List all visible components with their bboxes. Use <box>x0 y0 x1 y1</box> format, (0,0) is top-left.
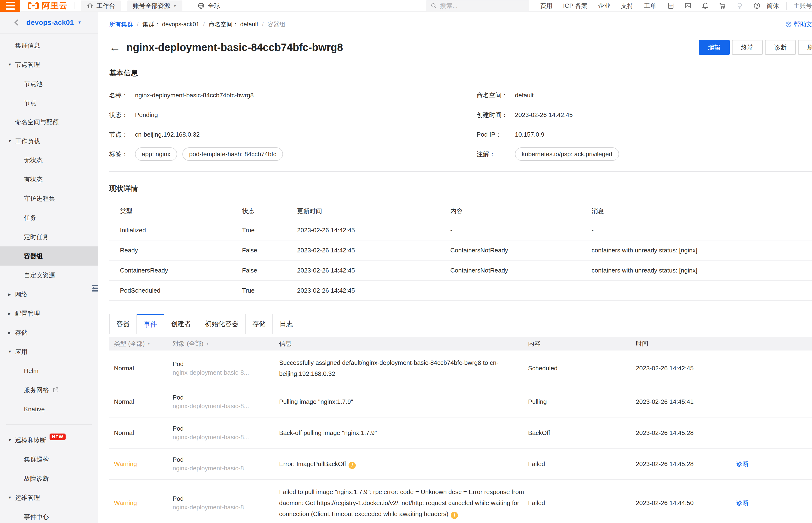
sidebar-item-custom-resources[interactable]: 自定义资源 <box>0 266 98 285</box>
field-value: Pending <box>135 111 158 119</box>
status-details-section: 现状详情 类型状态更新时间内容消息 InitializedTrue2023-02… <box>109 184 812 301</box>
topbar-link[interactable]: 费用 <box>540 2 552 10</box>
account-scope-dropdown[interactable]: 账号全部资源 ▼ <box>127 0 182 11</box>
sidebar-item-jobs[interactable]: 任务 <box>0 208 98 227</box>
event-type-filter[interactable]: 类型 (全部) ▼ <box>114 340 173 348</box>
sidebar-item-storage[interactable]: ▶存储 <box>0 323 98 342</box>
sidebar-item-service-mesh[interactable]: 服务网格 <box>0 380 98 399</box>
section-divider <box>109 171 812 172</box>
sidebar-item-inspection-diagnosis[interactable]: ▼巡检和诊断NEW <box>0 431 98 450</box>
event-object-name: nginx-deployment-basic-8... <box>173 464 279 472</box>
search-input[interactable] <box>440 2 519 10</box>
status-cell: PodScheduled <box>120 287 242 294</box>
action-button-诊断[interactable]: 诊断 <box>765 40 796 55</box>
event-object-kind: Pod <box>173 494 279 503</box>
app-icon[interactable]: APP <box>667 2 675 10</box>
cluster-caret-icon[interactable]: ▼ <box>77 20 82 25</box>
status-column-header: 更新时间 <box>297 207 450 215</box>
tab-创建者[interactable]: 创建者 <box>164 314 198 334</box>
info-icon[interactable]: i <box>451 512 458 519</box>
back-arrow-icon[interactable]: ← <box>109 42 121 53</box>
sidebar-item-node-pools[interactable]: 节点池 <box>0 74 98 93</box>
sidebar-item-nodes[interactable]: 节点 <box>0 93 98 112</box>
region-selector[interactable]: 全球 <box>197 2 220 10</box>
sidebar-item-node-management[interactable]: ▼节点管理 <box>0 55 98 74</box>
info-field: 状态：Pending <box>109 108 477 122</box>
account-name[interactable]: 主账号 <box>786 2 812 10</box>
tab-容器[interactable]: 容器 <box>109 314 137 334</box>
basic-info-left-column: 名称：nginx-deployment-basic-84ccb74bfc-bwr… <box>109 89 477 167</box>
page-title: nginx-deployment-basic-84ccb74bfc-bwrg8 <box>126 41 343 53</box>
sidebar-item-fault-diagnosis[interactable]: 故障诊断 <box>0 469 98 488</box>
topbar-link[interactable]: ICP 备案 <box>563 2 587 10</box>
global-search[interactable] <box>426 0 529 11</box>
sidebar-item-label: 服务网格 <box>24 386 49 394</box>
status-cell: Ready <box>120 247 242 254</box>
sidebar-item-cluster-info[interactable]: 集群信息 <box>0 36 98 55</box>
sidebar-item-helm[interactable]: Helm <box>0 361 98 380</box>
sidebar-item-applications[interactable]: ▼应用 <box>0 342 98 361</box>
diagnose-link[interactable]: 诊断 <box>736 499 812 507</box>
bulb-icon[interactable] <box>736 2 743 10</box>
back-chevron-icon[interactable] <box>14 19 20 25</box>
sidebar-item-pods[interactable]: 容器组 <box>0 247 98 266</box>
sidebar-item-ops-management[interactable]: ▼运维管理 <box>0 488 98 507</box>
language-switch[interactable]: 简体 <box>766 2 779 10</box>
event-object-filter[interactable]: 对象 (全部) ▼ <box>173 340 279 348</box>
info-icon[interactable]: i <box>349 462 356 469</box>
chevron-collapsed-icon: ▶ <box>8 292 11 297</box>
main-content: 所有集群/集群： devops-ack01/命名空间： default/容器组 … <box>99 12 812 523</box>
cart-icon[interactable] <box>719 2 726 10</box>
info-field: 节点：cn-beijing.192.168.0.32 <box>109 128 477 141</box>
cluster-name[interactable]: devops-ack01 <box>27 18 74 26</box>
hamburger-menu-icon[interactable] <box>0 0 20 12</box>
tab-存储[interactable]: 存储 <box>245 314 273 334</box>
tab-事件[interactable]: 事件 <box>137 314 164 334</box>
field-label: Pod IP： <box>477 130 515 139</box>
sidebar-item-event-center[interactable]: 事件中心 <box>0 507 98 523</box>
alibaba-cloud-logo[interactable]: 阿里云 <box>27 0 68 11</box>
sidebar-item-cluster-inspection[interactable]: 集群巡检 <box>0 450 98 469</box>
action-button-刷新[interactable]: 刷新 <box>798 40 812 55</box>
topbar-link[interactable]: 工单 <box>644 2 656 10</box>
event-message-header: 信息 <box>279 340 528 348</box>
event-message: Back-off pulling image "nginx:1.7.9" <box>279 429 377 436</box>
field-value: default <box>515 92 534 99</box>
help-circle-icon[interactable] <box>753 2 761 10</box>
sidebar-item-network[interactable]: ▶网络 <box>0 285 98 304</box>
sidebar: devops-ack01 ▼ 集群信息▼节点管理节点池节点命名空间与配额▼工作负… <box>0 12 98 523</box>
sidebar-item-label: 故障诊断 <box>24 474 49 483</box>
action-button-编辑[interactable]: 编辑 <box>699 40 730 55</box>
event-message-cell: Error: ImagePullBackOffi <box>279 458 528 469</box>
tab-初始化容器[interactable]: 初始化容器 <box>198 314 246 334</box>
breadcrumb-item[interactable]: 所有集群 <box>109 20 133 28</box>
topbar-link[interactable]: 企业 <box>598 2 611 10</box>
sidebar-item-label: 容器组 <box>24 252 42 260</box>
event-object: Podnginx-deployment-basic-8... <box>173 360 279 377</box>
sidebar-item-knative[interactable]: Knative <box>0 399 98 419</box>
status-cell: True <box>242 227 297 234</box>
sidebar-item-configuration[interactable]: ▶配置管理 <box>0 304 98 323</box>
status-cell: ContainersNotReady <box>450 267 592 274</box>
breadcrumb: 所有集群/集群： devops-ack01/命名空间： default/容器组 … <box>109 20 812 29</box>
topbar-link[interactable]: 支持 <box>621 2 633 10</box>
sidebar-item-label: 任务 <box>24 214 36 222</box>
chevron-down-icon: ▼ <box>147 342 151 345</box>
diagnose-link[interactable]: 诊断 <box>736 460 812 468</box>
sidebar-item-cronjobs[interactable]: 定时任务 <box>0 227 98 247</box>
external-link-icon <box>52 386 59 393</box>
sidebar-item-workloads[interactable]: ▼工作负载 <box>0 131 98 151</box>
action-button-终端[interactable]: 终端 <box>732 40 763 55</box>
workbench-button[interactable]: 工作台 <box>81 0 121 11</box>
terminal-icon[interactable] <box>684 2 692 10</box>
sidebar-item-stateless[interactable]: 无状态 <box>0 151 98 170</box>
bell-icon[interactable] <box>701 2 709 10</box>
brand-text: 阿里云 <box>42 0 68 11</box>
sidebar-item-namespaces-quotas[interactable]: 命名空间与配额 <box>0 112 98 131</box>
help-doc-link[interactable]: 帮助文档 <box>785 20 812 29</box>
event-message: Successfully assigned default/nginx-depl… <box>279 359 498 377</box>
sidebar-item-stateful[interactable]: 有状态 <box>0 170 98 189</box>
sidebar-collapse-icon[interactable] <box>91 284 99 292</box>
sidebar-item-daemonsets[interactable]: 守护进程集 <box>0 189 98 208</box>
tab-日志[interactable]: 日志 <box>272 314 300 334</box>
